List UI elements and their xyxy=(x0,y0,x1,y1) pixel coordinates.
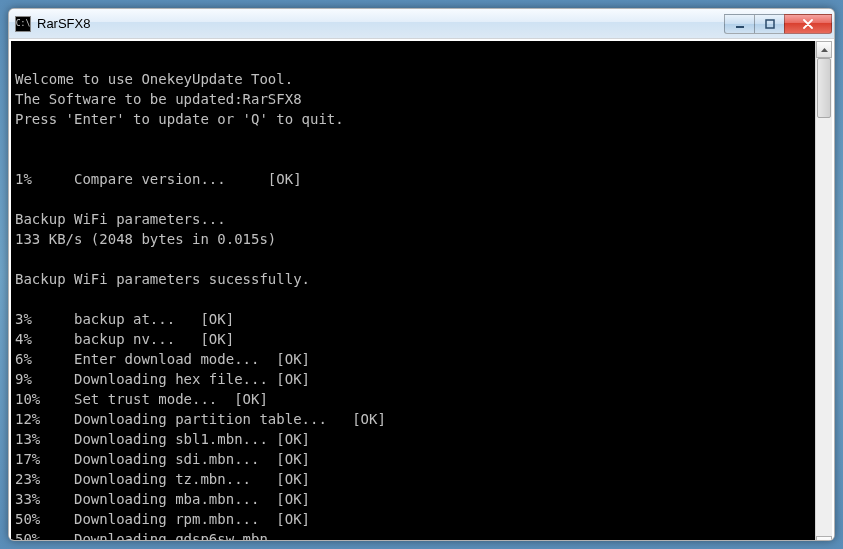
client-area: Welcome to use OnekeyUpdate Tool. The So… xyxy=(9,39,834,541)
minimize-icon xyxy=(735,19,745,29)
close-icon xyxy=(802,19,814,29)
window-controls xyxy=(724,14,832,34)
maximize-button[interactable] xyxy=(754,14,784,34)
minimize-button[interactable] xyxy=(724,14,754,34)
scroll-down-button[interactable] xyxy=(816,536,832,541)
close-button[interactable] xyxy=(784,14,832,34)
window-title: RarSFX8 xyxy=(37,16,724,31)
titlebar[interactable]: C:\ RarSFX8 xyxy=(9,9,834,39)
svg-rect-1 xyxy=(766,20,774,28)
maximize-icon xyxy=(765,19,775,29)
console-output: Welcome to use OnekeyUpdate Tool. The So… xyxy=(11,41,815,541)
scroll-thumb[interactable] xyxy=(817,58,831,118)
vertical-scrollbar[interactable] xyxy=(815,41,832,541)
scroll-up-button[interactable] xyxy=(816,41,832,58)
chevron-up-icon xyxy=(821,48,828,52)
svg-rect-0 xyxy=(736,26,744,28)
scroll-track[interactable] xyxy=(816,58,832,536)
app-window: C:\ RarSFX8 Welcome to use OnekeyUpdate … xyxy=(8,8,835,541)
app-icon: C:\ xyxy=(15,16,31,32)
